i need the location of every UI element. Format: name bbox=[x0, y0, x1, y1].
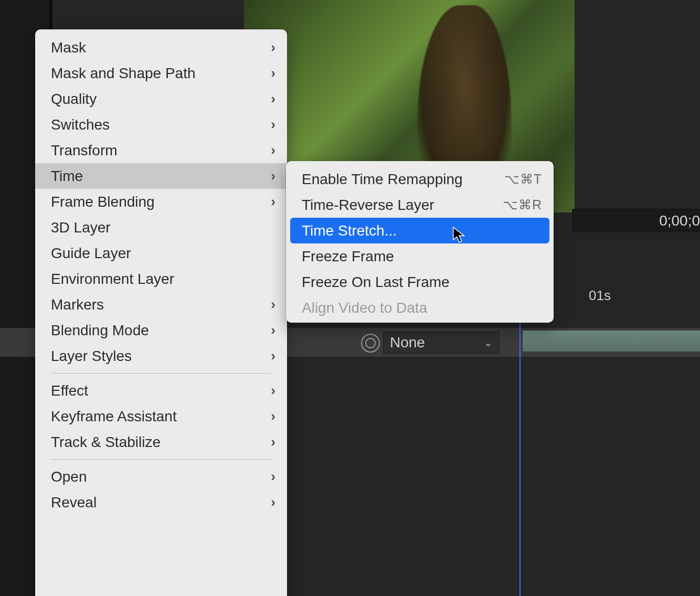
submenu-item-label: Freeze On Last Frame bbox=[302, 274, 450, 291]
menu-item-label: Transform bbox=[51, 142, 118, 159]
menu-item[interactable]: Blending Mode› bbox=[35, 317, 287, 343]
submenu-item[interactable]: Freeze Frame bbox=[286, 243, 554, 269]
menu-item[interactable]: Time› bbox=[35, 163, 287, 189]
menu-item-label: Switches bbox=[51, 116, 110, 133]
menu-item[interactable]: Markers› bbox=[35, 292, 287, 317]
menu-item-label: Quality bbox=[51, 91, 97, 108]
chevron-right-icon: › bbox=[271, 91, 275, 107]
menu-item-label: Open bbox=[51, 469, 87, 485]
submenu-item[interactable]: Time Stretch... bbox=[290, 218, 549, 243]
chevron-down-icon: ⌄ bbox=[484, 336, 493, 349]
submenu-item[interactable]: Enable Time Remapping⌥⌘T bbox=[286, 166, 554, 192]
menu-item-label: 3D Layer bbox=[51, 219, 111, 236]
submenu-item-label: Time-Reverse Layer bbox=[302, 197, 434, 214]
timeline-clip[interactable] bbox=[523, 331, 700, 352]
submenu-item[interactable]: Time-Reverse Layer⌥⌘R bbox=[286, 192, 554, 218]
chevron-right-icon: › bbox=[271, 296, 275, 313]
parent-dropdown[interactable]: None ⌄ bbox=[383, 332, 500, 354]
chevron-right-icon: › bbox=[271, 116, 275, 133]
time-submenu: Enable Time Remapping⌥⌘TTime-Reverse Lay… bbox=[286, 161, 554, 323]
parent-dropdown-value: None bbox=[390, 334, 425, 351]
menu-item[interactable]: Transform› bbox=[35, 137, 287, 163]
menu-item[interactable]: Guide Layer bbox=[35, 240, 287, 266]
submenu-item: Align Video to Data bbox=[286, 295, 554, 321]
menu-item-label: Mask and Shape Path bbox=[51, 65, 196, 82]
menu-item-label: Mask bbox=[51, 39, 86, 56]
submenu-item-label: Align Video to Data bbox=[302, 300, 427, 316]
chevron-right-icon: › bbox=[271, 65, 275, 81]
menu-item[interactable]: Effect› bbox=[35, 378, 287, 403]
menu-item[interactable]: Environment Layer bbox=[35, 266, 287, 292]
layer-context-menu: Mask›Mask and Shape Path›Quality›Switche… bbox=[35, 29, 287, 596]
chevron-right-icon: › bbox=[271, 434, 275, 450]
pickwhip-icon[interactable] bbox=[361, 334, 380, 353]
submenu-item-label: Time Stretch... bbox=[302, 222, 397, 239]
chevron-right-icon: › bbox=[271, 408, 275, 424]
menu-separator bbox=[51, 459, 271, 460]
menu-item-label: Frame Blending bbox=[51, 194, 155, 210]
menu-item-label: Layer Styles bbox=[51, 348, 132, 365]
keyboard-shortcut: ⌥⌘T bbox=[504, 172, 542, 187]
chevron-right-icon: › bbox=[271, 322, 275, 338]
menu-item[interactable]: Track & Stabilize› bbox=[35, 429, 287, 455]
menu-item[interactable]: Reveal› bbox=[35, 489, 287, 515]
submenu-item-label: Freeze Frame bbox=[302, 248, 394, 265]
submenu-item-label: Enable Time Remapping bbox=[302, 171, 463, 188]
menu-item[interactable]: Frame Blending› bbox=[35, 189, 287, 215]
menu-item[interactable]: Layer Styles› bbox=[35, 343, 287, 369]
menu-item-label: Effect bbox=[51, 382, 88, 399]
timecode-value: 0;00;0 bbox=[659, 212, 700, 229]
menu-item-label: Blending Mode bbox=[51, 322, 149, 339]
menu-item[interactable]: Mask and Shape Path› bbox=[35, 60, 287, 86]
menu-item[interactable]: Open› bbox=[35, 464, 287, 489]
menu-item-label: Environment Layer bbox=[51, 271, 174, 288]
menu-item-label: Markers bbox=[51, 296, 104, 313]
menu-item-label: Reveal bbox=[51, 494, 97, 511]
menu-item[interactable]: Mask› bbox=[35, 35, 287, 60]
chevron-right-icon: › bbox=[271, 142, 275, 158]
chevron-right-icon: › bbox=[271, 39, 275, 56]
menu-item-label: Track & Stabilize bbox=[51, 434, 161, 451]
menu-item-label: Keyframe Assistant bbox=[51, 408, 177, 425]
menu-item-label: Guide Layer bbox=[51, 245, 131, 262]
timeline-ruler-mark: 01s bbox=[589, 288, 611, 304]
menu-item[interactable]: Switches› bbox=[35, 112, 287, 137]
menu-item[interactable]: Keyframe Assistant› bbox=[35, 403, 287, 429]
chevron-right-icon: › bbox=[271, 348, 275, 364]
chevron-right-icon: › bbox=[271, 382, 275, 399]
keyboard-shortcut: ⌥⌘R bbox=[503, 197, 542, 212]
menu-separator bbox=[51, 373, 271, 374]
chevron-right-icon: › bbox=[271, 168, 275, 184]
timecode-display[interactable]: 0;00;0 bbox=[572, 209, 700, 232]
menu-item[interactable]: 3D Layer bbox=[35, 215, 287, 240]
submenu-item[interactable]: Freeze On Last Frame bbox=[286, 269, 554, 295]
menu-item[interactable]: Quality› bbox=[35, 86, 287, 112]
menu-item-label: Time bbox=[51, 168, 83, 185]
chevron-right-icon: › bbox=[271, 469, 275, 485]
chevron-right-icon: › bbox=[271, 494, 275, 510]
playhead[interactable] bbox=[519, 283, 521, 596]
chevron-right-icon: › bbox=[271, 194, 275, 210]
